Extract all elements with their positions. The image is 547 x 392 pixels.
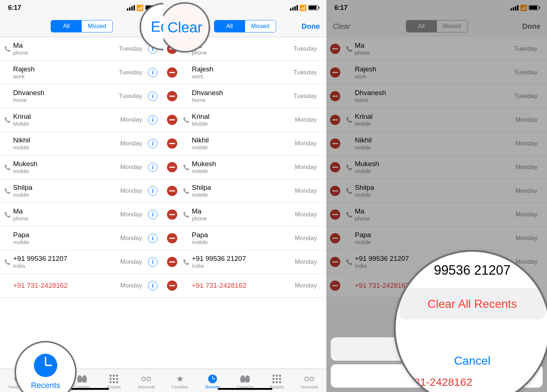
status-icons: 📶 (290, 4, 318, 11)
callout-clear-label: Clear (167, 19, 202, 36)
status-bar: 6:17 📶 (0, 0, 163, 15)
info-icon[interactable]: i (148, 234, 158, 243)
callout-clear-all: Clear All Recents (399, 288, 545, 320)
info-icon[interactable]: i (148, 115, 158, 125)
call-row[interactable]: 📞MaphoneMondayi (0, 203, 163, 227)
recents-list[interactable]: 📞MaphoneTuesdayiRajeshworkTuesdayiDhvane… (0, 37, 163, 298)
seg-all[interactable]: All (51, 20, 82, 32)
delete-icon[interactable] (167, 281, 177, 291)
call-date: Monday (295, 235, 317, 242)
info-icon[interactable]: i (148, 139, 158, 148)
call-date: Tuesday (119, 69, 142, 76)
tab-keypad[interactable]: Keypad (270, 372, 283, 389)
segmented-control[interactable]: All Missed (214, 20, 276, 32)
info-icon[interactable]: i (148, 210, 158, 219)
call-date: Monday (295, 211, 317, 218)
call-name: Papa (13, 231, 115, 239)
call-row[interactable]: RajeshworkTuesdayi (0, 61, 163, 85)
call-name: Rajesh (13, 65, 113, 74)
call-label: mobile (192, 239, 289, 246)
delete-icon[interactable] (167, 91, 177, 101)
call-name: +91 99536 21207 (192, 255, 289, 263)
call-row[interactable]: +91 731-2428162Mondayi (0, 274, 163, 298)
info-icon[interactable]: i (148, 162, 158, 172)
call-date: Monday (120, 258, 142, 266)
info-icon[interactable]: i (148, 91, 158, 101)
call-row[interactable]: 📞MaphoneTuesdayi (0, 37, 163, 61)
delete-icon[interactable] (167, 115, 177, 125)
call-label: India (13, 263, 115, 269)
delete-icon[interactable] (167, 186, 177, 196)
call-row[interactable]: DhvaneshhomeTuesday (163, 85, 326, 108)
call-row[interactable]: 📞KrinalMobileMonday (163, 108, 326, 132)
tab-contacts[interactable]: Contacts (237, 372, 253, 389)
call-row[interactable]: +91 731-2428162Monday (163, 274, 326, 298)
call-label: phone (192, 50, 287, 56)
info-icon[interactable]: i (148, 186, 158, 196)
call-row[interactable]: 📞ShilpamobileMonday (163, 179, 326, 203)
recents-list-edit[interactable]: 📞MaphoneTuesdayRajeshworkTuesdayDhvanesh… (163, 37, 326, 298)
call-label: mobile (192, 192, 289, 198)
call-row[interactable]: 📞KrinalMobileMondayi (0, 108, 163, 132)
screen-recents-normal: 6:17 📶 All Missed Edit 📞MaphoneTuesdayiR… (0, 0, 163, 392)
call-date: Monday (295, 282, 317, 289)
seg-missed[interactable]: Missed (245, 20, 276, 32)
call-row[interactable]: PapamobileMondayi (0, 227, 163, 250)
call-label: work (192, 73, 287, 80)
call-label: mobile (13, 239, 115, 246)
call-name: Mukesh (192, 160, 289, 168)
callout-recents-label: Recents (31, 381, 61, 390)
delete-icon[interactable] (167, 257, 177, 267)
delete-icon[interactable] (167, 138, 177, 149)
outgoing-call-icon: 📞 (4, 212, 11, 217)
call-row[interactable]: 📞ShilpamobileMondayi (0, 179, 163, 203)
call-row[interactable]: DhvaneshhomeTuesdayi (0, 85, 163, 108)
call-date: Monday (120, 116, 142, 124)
delete-icon[interactable] (167, 233, 177, 243)
call-row[interactable]: PapamobileMonday (163, 227, 326, 250)
outgoing-call-icon: 📞 (182, 188, 190, 194)
segmented-control[interactable]: All Missed (51, 20, 113, 32)
outgoing-call-icon: 📞 (4, 259, 11, 265)
info-icon[interactable]: i (148, 68, 158, 77)
voicemail-icon (304, 374, 314, 384)
delete-icon[interactable] (167, 162, 177, 172)
call-label: phone (13, 215, 115, 222)
call-date: Monday (295, 140, 317, 147)
info-icon[interactable]: i (148, 281, 158, 290)
call-row[interactable]: 📞MukeshmobileMondayi (0, 156, 163, 179)
outgoing-call-icon: 📞 (182, 164, 190, 170)
call-row[interactable]: 📞MaphoneMonday (163, 203, 326, 227)
tab-favorites[interactable]: ★Favorites (172, 372, 188, 389)
call-label: home (13, 97, 113, 103)
tab-voicemail[interactable]: Voicemail (301, 372, 318, 389)
call-date: Monday (120, 187, 142, 195)
call-row[interactable]: 📞+91 99536 21207IndiaMondayi (0, 250, 163, 274)
contacts-icon (240, 374, 250, 384)
nav-header: All Missed Edit (0, 15, 163, 37)
call-row[interactable]: NikhilmobileMondayi (0, 132, 163, 156)
call-name: Ma (192, 207, 289, 216)
delete-icon[interactable] (167, 67, 177, 78)
call-row[interactable]: RajeshworkTuesday (163, 61, 326, 85)
home-indicator[interactable] (218, 388, 272, 390)
signal-icon (127, 5, 135, 11)
seg-all[interactable]: All (214, 20, 245, 32)
callout-cancel: Cancel (399, 345, 545, 376)
tab-recents[interactable]: Recents (205, 372, 220, 389)
call-label: work (13, 73, 113, 80)
info-icon[interactable]: i (148, 257, 158, 267)
call-row[interactable]: 📞MukeshmobileMonday (163, 156, 326, 179)
call-date: Tuesday (293, 93, 317, 100)
done-button[interactable]: Done (295, 22, 326, 30)
tab-voicemail[interactable]: Voicemail (137, 372, 155, 389)
call-date: Tuesday (293, 45, 317, 52)
tab-keypad[interactable]: Keypad (107, 372, 120, 389)
call-date: Monday (120, 211, 142, 218)
screen-clear-actionsheet: 6:17 📶 Clear All Missed Done 📞MaphoneTue… (326, 0, 547, 392)
delete-icon[interactable] (167, 209, 177, 220)
call-row[interactable]: 📞+91 99536 21207IndiaMonday (163, 250, 326, 274)
call-row[interactable]: NikhilmobileMonday (163, 132, 326, 156)
call-name: Ma (13, 42, 113, 50)
seg-missed[interactable]: Missed (82, 20, 112, 32)
